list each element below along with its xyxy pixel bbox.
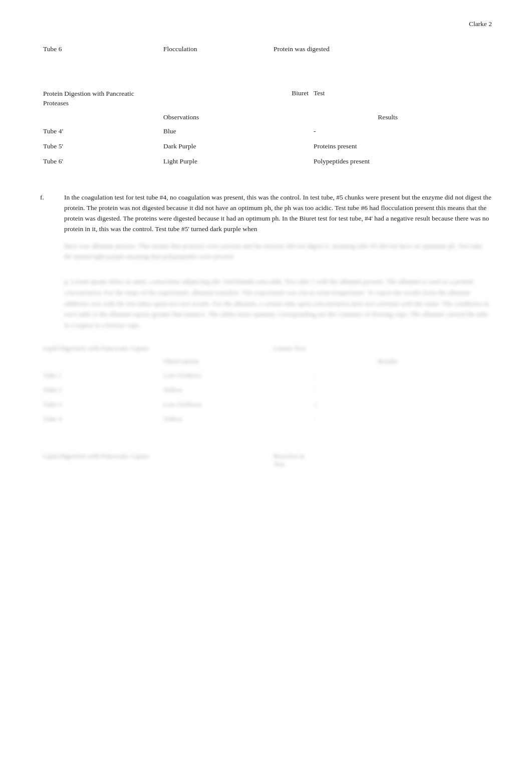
- page-title: Clarke 2: [469, 20, 492, 28]
- test-label: Test: [311, 87, 401, 110]
- page-header: Clarke 2: [40, 20, 492, 28]
- table-row: Tube 4' Blue -: [40, 125, 492, 137]
- paragraph-f-text: In the coagulation test for test tube #4…: [64, 192, 492, 235]
- biuret-label: Biuret: [271, 87, 311, 110]
- empty-col2: [271, 111, 311, 123]
- empty: [271, 140, 311, 152]
- tube-5-label: Tube 5': [40, 140, 160, 152]
- blurred-continuation: there was albumin present. This means th…: [64, 241, 492, 262]
- empty: [271, 125, 311, 137]
- blurred-table-2: Lipid Digestion with Pancreatic Lipase R…: [40, 450, 492, 470]
- tube6-section: Tube 6 Flocculation Protein was digested: [40, 43, 492, 55]
- tube6-observation: Flocculation: [160, 43, 271, 55]
- blurred-t1-biuret: Litmus Test: [271, 342, 311, 354]
- blurred-empty3: [40, 355, 160, 367]
- table-row: Tube 4 Yellow -: [40, 413, 492, 425]
- blurred-results-header: Results: [311, 355, 401, 367]
- tube-4-result: -: [311, 125, 401, 137]
- empty-col: [40, 111, 160, 123]
- tube-4-label: Tube 4': [40, 125, 160, 137]
- biuret-section-heading: Protein Digestion with PancreaticProteas…: [40, 87, 160, 110]
- obs-spacer: [160, 87, 271, 110]
- tube-5-result: Proteins present: [311, 140, 401, 152]
- blurred-t2-biuret: Reaction in Test: [271, 450, 311, 470]
- blurred-obs-header: Observations: [160, 355, 271, 367]
- paragraph-f: f. In the coagulation test for test tube…: [40, 192, 492, 235]
- tube6-result: Protein was digested: [271, 43, 401, 55]
- table-row: Tube 2 Yellow -: [40, 384, 492, 396]
- tube-5-obs: Dark Purple: [160, 140, 271, 152]
- blurred-empty: [160, 342, 271, 354]
- results-header: Results: [311, 111, 401, 123]
- table-row: Tube 5' Dark Purple Proteins present: [40, 140, 492, 152]
- empty: [271, 155, 311, 167]
- tube-6-label: Tube 6': [40, 155, 160, 167]
- paragraph-f-label: f.: [40, 192, 64, 235]
- blurred-empty2: [311, 342, 401, 354]
- obs-header: Observations: [160, 111, 271, 123]
- tube6-label: Tube 6: [40, 43, 160, 55]
- tube-6-result: Polypeptides present: [311, 155, 401, 167]
- tube-6-obs: Light Purple: [160, 155, 271, 167]
- tube-4-obs: Blue: [160, 125, 271, 137]
- blurred-g: g. Lorem ipsum dolor sit amet, consectet…: [64, 276, 492, 330]
- table-row: Tube 3 Low (Yellow) ↓: [40, 399, 492, 411]
- table-row: Tube 1 Low (Yellow) -: [40, 369, 492, 381]
- blurred-t1-heading: Lipid Digestion with Pancreatic Lipase: [40, 342, 160, 354]
- blurred-table-1: Lipid Digestion with Pancreatic Lipase L…: [40, 342, 492, 425]
- table-row: Tube 6' Light Purple Polypeptides presen…: [40, 155, 492, 167]
- biuret-table-section: Protein Digestion with PancreaticProteas…: [40, 87, 492, 167]
- blurred-empty4: [271, 355, 311, 367]
- blurred-t2-heading: Lipid Digestion with Pancreatic Lipase: [40, 450, 160, 470]
